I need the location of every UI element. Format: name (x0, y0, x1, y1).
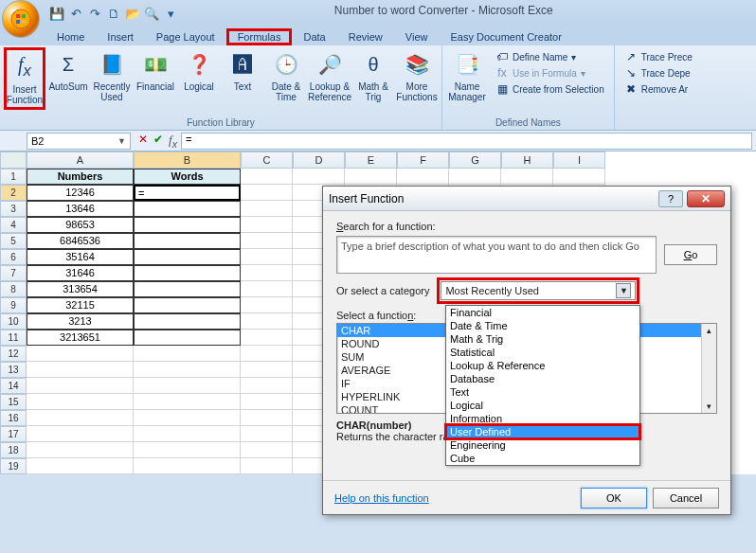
cell[interactable] (27, 410, 134, 426)
cell[interactable] (241, 265, 293, 281)
name-box[interactable]: B2 ▼ (27, 133, 131, 150)
listbox-scrollbar[interactable]: ▴▾ (701, 324, 716, 413)
cell[interactable] (134, 201, 241, 217)
col-header-d[interactable]: D (293, 152, 345, 169)
lookup-button[interactable]: 🔎 Lookup & Reference (309, 47, 351, 104)
category-select[interactable]: Most Recently Used ▼ (441, 281, 636, 300)
category-option[interactable]: Database (446, 372, 639, 385)
row-header[interactable]: 8 (0, 281, 27, 297)
category-option[interactable]: Information (446, 412, 639, 425)
cell[interactable] (134, 297, 241, 313)
col-header-f[interactable]: F (397, 152, 449, 169)
remove-arrows-button[interactable]: ✖Remove Ar (622, 81, 694, 97)
tab-easy-document-creator[interactable]: Easy Document Creator (439, 28, 572, 45)
cell[interactable]: 35164 (27, 249, 134, 265)
row-header[interactable]: 5 (0, 233, 27, 249)
name-manager-button[interactable]: 📑 Name Manager (446, 47, 488, 104)
col-header-h[interactable]: H (501, 152, 553, 169)
tab-home[interactable]: Home (45, 28, 96, 45)
tab-page-layout[interactable]: Page Layout (145, 28, 226, 45)
cell[interactable] (134, 426, 241, 442)
autosum-button[interactable]: Σ AutoSum (47, 47, 89, 94)
row-header[interactable]: 12 (0, 346, 27, 362)
formula-input[interactable]: = (181, 133, 752, 150)
cell[interactable] (241, 185, 293, 201)
row-header[interactable]: 14 (0, 378, 27, 394)
tab-review[interactable]: Review (337, 28, 394, 45)
insert-function-button[interactable]: fx Insert Function (4, 47, 45, 110)
cell[interactable] (27, 394, 134, 410)
cell[interactable]: 31646 (27, 265, 134, 281)
math-trig-button[interactable]: θ Math & Trig (352, 47, 394, 104)
cell[interactable] (134, 281, 241, 297)
financial-button[interactable]: 💵 Financial (135, 47, 176, 94)
cell[interactable] (241, 297, 293, 313)
row-header[interactable]: 3 (0, 201, 27, 217)
cell[interactable] (241, 281, 293, 297)
cell[interactable] (134, 217, 241, 233)
row-header[interactable]: 19 (0, 458, 27, 474)
define-name-button[interactable]: 🏷Define Name ▾ (494, 49, 606, 64)
row-header[interactable]: 18 (0, 442, 27, 458)
row-header[interactable]: 13 (0, 362, 27, 378)
cell[interactable]: Words (134, 169, 241, 185)
tab-data[interactable]: Data (292, 28, 336, 45)
category-option[interactable]: Math & Trig (446, 332, 639, 346)
cell[interactable] (241, 458, 293, 474)
office-button[interactable] (2, 0, 40, 38)
open-icon[interactable]: 📂 (125, 6, 140, 21)
tab-insert[interactable]: Insert (96, 28, 145, 45)
cell[interactable] (134, 442, 241, 458)
cell[interactable]: = (134, 185, 241, 201)
cell[interactable] (293, 169, 345, 185)
dialog-close-button[interactable]: ✕ (687, 190, 725, 207)
help-link[interactable]: Help on this function (334, 492, 429, 504)
cell[interactable]: 3213651 (27, 330, 134, 346)
cell[interactable]: 3213 (27, 313, 134, 330)
cell[interactable] (241, 330, 293, 346)
more-functions-button[interactable]: 📚 More Functions (396, 47, 438, 104)
chevron-down-icon[interactable]: ▼ (117, 136, 126, 146)
cell[interactable] (397, 169, 449, 185)
row-header[interactable]: 1 (0, 169, 27, 185)
category-option[interactable]: Lookup & Reference (446, 359, 639, 372)
cell[interactable] (134, 265, 241, 281)
qat-dropdown-icon[interactable]: ▾ (163, 6, 178, 21)
cell[interactable] (134, 458, 241, 474)
tab-formulas[interactable]: Formulas (226, 28, 293, 45)
cell[interactable] (241, 233, 293, 249)
cell[interactable] (553, 169, 605, 185)
cell[interactable] (27, 426, 134, 442)
cell[interactable] (134, 346, 241, 362)
chevron-down-icon[interactable]: ▼ (616, 283, 631, 298)
col-header-g[interactable]: G (449, 152, 501, 169)
text-button[interactable]: 🅰 Text (222, 47, 263, 94)
cell[interactable] (134, 394, 241, 410)
col-header-b[interactable]: B (134, 152, 241, 169)
cell[interactable] (241, 201, 293, 217)
cell[interactable] (27, 346, 134, 362)
cell[interactable] (27, 378, 134, 394)
category-option[interactable]: Text (446, 385, 639, 399)
cell[interactable] (501, 169, 553, 185)
row-header[interactable]: 7 (0, 265, 27, 281)
cell[interactable] (134, 313, 241, 330)
cell[interactable] (241, 346, 293, 362)
cell[interactable]: Numbers (27, 169, 134, 185)
cell[interactable] (241, 410, 293, 426)
cell[interactable] (134, 233, 241, 249)
row-header[interactable]: 15 (0, 394, 27, 410)
col-header-e[interactable]: E (345, 152, 397, 169)
fx-button-icon[interactable]: fx (169, 133, 177, 150)
cell[interactable]: 32115 (27, 297, 134, 313)
row-header[interactable]: 17 (0, 426, 27, 442)
date-time-button[interactable]: 🕒 Date & Time (265, 47, 307, 104)
cell[interactable]: 12346 (27, 185, 134, 201)
cell[interactable] (241, 394, 293, 410)
save-icon[interactable]: 💾 (49, 6, 64, 21)
cell[interactable]: 98653 (27, 217, 134, 233)
cell[interactable] (241, 169, 293, 185)
dialog-titlebar[interactable]: Insert Function ? ✕ (323, 187, 730, 211)
tab-view[interactable]: View (394, 28, 440, 45)
cell[interactable] (241, 378, 293, 394)
